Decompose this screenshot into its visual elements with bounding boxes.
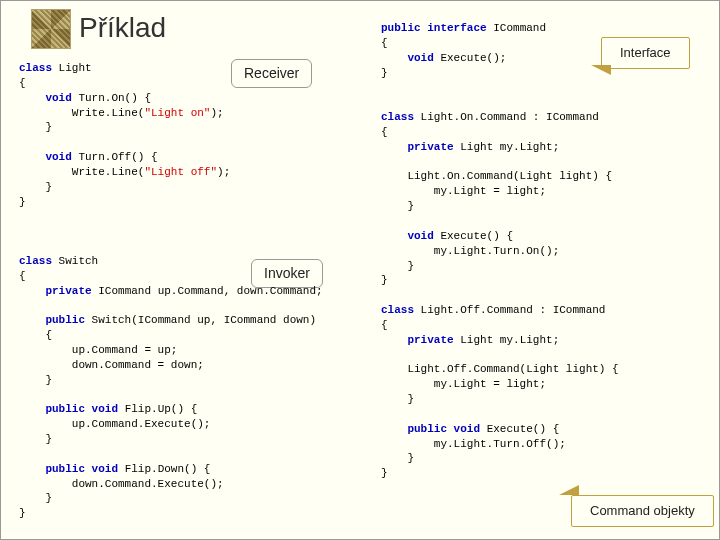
code-left: class Light { void Turn.On() { Write.Lin…	[19, 61, 359, 521]
slide: Příklad Receiver Invoker Interface Comma…	[0, 0, 720, 540]
slide-logo	[31, 9, 71, 49]
code-right: public interface ICommand { void Execute…	[381, 21, 701, 481]
callout-label: Command objekty	[571, 495, 714, 527]
slide-title: Příklad	[79, 9, 166, 47]
callout-command-objects: Command objekty	[571, 495, 714, 527]
